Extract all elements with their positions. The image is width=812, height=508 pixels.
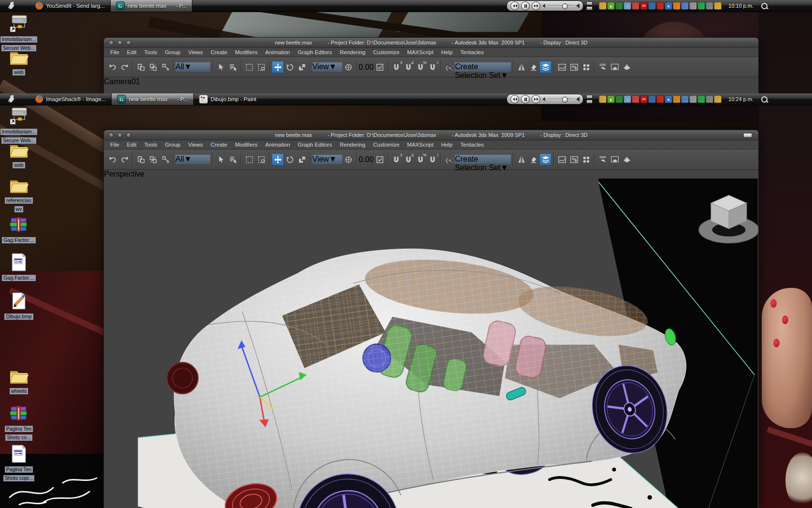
media-forward-button[interactable]	[532, 1, 540, 10]
menu-maxscript[interactable]: MAXScript	[407, 49, 433, 55]
select-and-scale-button[interactable]	[296, 61, 308, 73]
schematic-view-button[interactable]	[568, 153, 580, 165]
desktop-icon-gag-factor[interactable]: Gag.Factor....	[0, 217, 37, 244]
menu-file[interactable]: File	[110, 142, 119, 148]
menu-tentacles[interactable]: Tentacles	[460, 142, 484, 148]
ccc-icon[interactable]	[656, 95, 664, 103]
menu-graph-editors[interactable]: Graph Editors	[298, 142, 332, 148]
tablet-icon[interactable]	[714, 2, 722, 10]
rectangular-selection-region-button[interactable]	[243, 153, 255, 165]
quicktime-icon[interactable]	[632, 95, 639, 103]
quick-render-button[interactable]	[621, 61, 633, 73]
window-button-2[interactable]	[117, 40, 123, 45]
mail-icon[interactable]	[599, 2, 607, 10]
apple-menu-icon[interactable]	[7, 94, 16, 104]
itunes-icon[interactable]: ♪	[624, 95, 631, 103]
align-button[interactable]	[527, 153, 539, 165]
task-tab-paint[interactable]: Dibujo.bmp - Paint	[194, 93, 262, 105]
menu-rendering[interactable]: Rendering	[340, 49, 365, 55]
chevron-down-icon[interactable]: ▼	[329, 62, 336, 71]
bind-to-spacewarp-button[interactable]	[159, 61, 171, 73]
mail-icon[interactable]	[599, 95, 607, 103]
minimize-button[interactable]	[743, 133, 752, 137]
ati-icon[interactable]: ATI	[640, 95, 648, 103]
menu-views[interactable]: Views	[188, 142, 203, 148]
select-object-button[interactable]	[215, 61, 227, 73]
menu-animation[interactable]: Animation	[265, 142, 290, 148]
material-editor-button[interactable]	[580, 61, 592, 73]
window-button-3[interactable]	[126, 40, 131, 45]
spinner-snap-button[interactable]: ↕	[426, 61, 438, 73]
percent-snap-button[interactable]: %	[414, 153, 426, 165]
task-tab-3dsmax[interactable]: Gnew beetle.max - P...	[111, 93, 194, 105]
window-crossing-button[interactable]	[255, 61, 267, 73]
chevron-down-icon[interactable]: ▼	[184, 155, 192, 163]
search-icon[interactable]	[761, 3, 768, 9]
menu-animation[interactable]: Animation	[265, 49, 290, 55]
menu-edit[interactable]: Edit	[127, 142, 137, 148]
display-icon[interactable]	[648, 2, 656, 10]
menu-create[interactable]: Create	[211, 142, 228, 148]
desktop-icon-web[interactable]: web	[0, 142, 37, 169]
window-crossing-button[interactable]	[255, 153, 267, 165]
selection-filter-dropdown[interactable]: All▼	[175, 155, 210, 164]
select-and-link-button[interactable]	[135, 61, 147, 73]
schematic-view-button[interactable]	[568, 61, 580, 73]
select-object-button[interactable]	[215, 153, 227, 165]
spinner-snap-button[interactable]: ↕	[426, 153, 438, 165]
select-by-name-button[interactable]	[227, 153, 239, 165]
desktop-icon-inmobiliariam[interactable]: inmobiliariam...Secure Web...	[0, 14, 37, 52]
menu-graph-editors[interactable]: Graph Editors	[298, 49, 332, 55]
material-editor-button[interactable]	[580, 153, 592, 165]
menu-tools[interactable]: Tools	[144, 142, 157, 148]
use-pivot-center-button[interactable]	[342, 61, 354, 73]
quicktime-icon[interactable]	[632, 2, 639, 10]
desktop-icon-pagina-ten[interactable]: Pagina TenShots copi...	[0, 444, 37, 482]
select-and-link-button[interactable]	[135, 153, 147, 165]
rendered-frame-button[interactable]	[609, 61, 621, 73]
viewport-label[interactable]: Camera01	[104, 77, 758, 86]
select-and-move-button[interactable]	[272, 153, 284, 165]
unlink-selection-button[interactable]	[147, 153, 159, 165]
menu-rendering[interactable]: Rendering	[340, 142, 365, 148]
menu-modifiers[interactable]: Modifiers	[235, 49, 258, 55]
use-pivot-center-button[interactable]	[342, 153, 354, 165]
angle-snap-button[interactable]: ∠	[402, 61, 414, 73]
reference-coordinate-dropdown[interactable]: View▼	[312, 155, 342, 164]
sync-icon[interactable]	[697, 2, 705, 10]
volume-icon[interactable]	[673, 2, 681, 10]
search-icon[interactable]	[761, 96, 768, 103]
transform-spinner[interactable]: 0.00	[359, 155, 374, 164]
desktop-icon-referencias[interactable]: referenciaswv	[0, 177, 37, 213]
quick-render-button[interactable]	[621, 153, 633, 165]
task-tab-firefox[interactable]: YouSendIt - Send larg...	[30, 0, 110, 12]
display-icon[interactable]	[648, 95, 656, 103]
select-and-move-button[interactable]	[272, 61, 284, 73]
title-bar[interactable]: new beetle.max - Project Folder: D:\Docu…	[104, 38, 758, 48]
menu-file[interactable]: File	[110, 49, 119, 55]
select-and-rotate-button[interactable]	[284, 61, 296, 73]
curve-editor-button[interactable]	[556, 153, 568, 165]
select-and-manipulate-button[interactable]	[374, 153, 386, 165]
edit-named-selections-button[interactable]: {↖}	[443, 61, 455, 73]
transform-spinner[interactable]: 0.00	[359, 63, 374, 72]
chevron-down-icon[interactable]: ▼	[329, 155, 336, 163]
menu-edit[interactable]: Edit	[127, 49, 137, 55]
media-pause-button[interactable]	[521, 1, 530, 10]
render-setup-button[interactable]	[596, 153, 609, 165]
tablet-icon[interactable]	[714, 95, 722, 103]
menu-group[interactable]: Group	[165, 49, 180, 55]
window-button-2[interactable]	[117, 133, 123, 138]
menu-tools[interactable]: Tools	[144, 49, 157, 55]
align-button[interactable]	[527, 61, 539, 73]
select-and-rotate-button[interactable]	[284, 153, 296, 165]
rectangular-selection-region-button[interactable]	[243, 61, 255, 73]
window-shade-toggle[interactable]	[586, 1, 593, 10]
bind-to-spacewarp-button[interactable]	[159, 153, 171, 165]
reference-coordinate-dropdown[interactable]: View▼	[312, 62, 342, 72]
media-rewind-button[interactable]	[510, 95, 519, 104]
angle-snap-button[interactable]: ∠	[402, 153, 414, 165]
perspective-viewport[interactable]: Perspective	[104, 170, 758, 508]
menu-create[interactable]: Create	[211, 49, 228, 55]
volume-slider[interactable]	[547, 5, 574, 7]
